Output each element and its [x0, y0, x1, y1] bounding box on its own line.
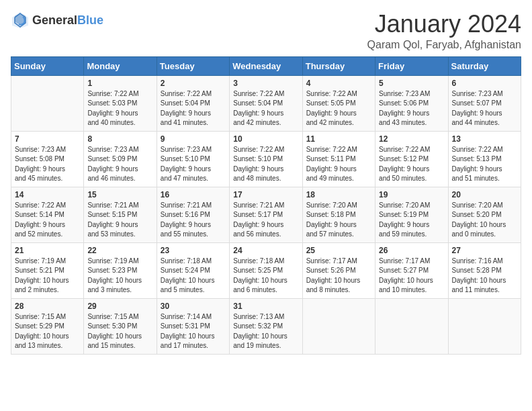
- day-info: Sunrise: 7:23 AMSunset: 5:09 PMDaylight:…: [87, 145, 152, 184]
- day-info: Sunrise: 7:19 AMSunset: 5:21 PMDaylight:…: [15, 257, 80, 295]
- day-number: 10: [233, 134, 298, 144]
- day-number: 24: [233, 246, 298, 255]
- calendar-cell: 30Sunrise: 7:14 AMSunset: 5:31 PMDayligh…: [157, 298, 229, 354]
- calendar-cell: 17Sunrise: 7:21 AMSunset: 5:17 PMDayligh…: [230, 187, 302, 242]
- day-number: 11: [306, 134, 371, 144]
- day-info: Sunrise: 7:19 AMSunset: 5:23 PMDaylight:…: [87, 257, 152, 295]
- month-year-title: January 2024: [367, 11, 521, 38]
- day-info: Sunrise: 7:14 AMSunset: 5:31 PMDaylight:…: [161, 312, 226, 351]
- calendar-cell: [375, 298, 448, 354]
- calendar-cell: 6Sunrise: 7:23 AMSunset: 5:07 PMDaylight…: [448, 75, 521, 131]
- weekday-header-sunday: Sunday: [11, 56, 84, 75]
- day-info: Sunrise: 7:15 AMSunset: 5:30 PMDaylight:…: [87, 312, 152, 351]
- day-number: 31: [233, 302, 298, 311]
- calendar-cell: 3Sunrise: 7:22 AMSunset: 5:04 PMDaylight…: [230, 75, 302, 131]
- calendar-cell: 16Sunrise: 7:21 AMSunset: 5:16 PMDayligh…: [157, 187, 229, 242]
- calendar-cell: 18Sunrise: 7:20 AMSunset: 5:18 PMDayligh…: [302, 187, 375, 242]
- day-number: 17: [233, 190, 298, 199]
- day-number: 14: [15, 190, 80, 199]
- day-number: 30: [161, 302, 226, 311]
- day-number: 3: [233, 79, 298, 88]
- day-number: 19: [379, 190, 444, 199]
- day-info: Sunrise: 7:13 AMSunset: 5:32 PMDaylight:…: [233, 312, 298, 351]
- weekday-header-thursday: Thursday: [302, 56, 375, 75]
- weekday-header-row: SundayMondayTuesdayWednesdayThursdayFrid…: [11, 56, 521, 75]
- day-info: Sunrise: 7:16 AMSunset: 5:28 PMDaylight:…: [452, 257, 517, 295]
- day-info: Sunrise: 7:23 AMSunset: 5:06 PMDaylight:…: [379, 89, 444, 128]
- calendar-cell: [302, 298, 375, 354]
- day-number: 29: [87, 302, 152, 311]
- day-number: 13: [452, 134, 517, 144]
- calendar-week-row: 7Sunrise: 7:23 AMSunset: 5:08 PMDaylight…: [11, 131, 521, 187]
- calendar-cell: 25Sunrise: 7:17 AMSunset: 5:26 PMDayligh…: [302, 242, 375, 298]
- day-info: Sunrise: 7:22 AMSunset: 5:10 PMDaylight:…: [233, 145, 298, 184]
- day-number: 12: [379, 134, 444, 144]
- page-header: GeneralBlue January 2024 Qaram Qol, Fary…: [11, 11, 521, 51]
- day-number: 4: [306, 79, 371, 88]
- day-info: Sunrise: 7:20 AMSunset: 5:19 PMDaylight:…: [379, 201, 444, 240]
- day-info: Sunrise: 7:23 AMSunset: 5:08 PMDaylight:…: [15, 145, 80, 184]
- day-info: Sunrise: 7:21 AMSunset: 5:16 PMDaylight:…: [161, 201, 226, 240]
- day-info: Sunrise: 7:22 AMSunset: 5:03 PMDaylight:…: [87, 89, 152, 128]
- day-number: 27: [452, 246, 517, 255]
- day-number: 7: [15, 134, 80, 144]
- calendar-cell: 10Sunrise: 7:22 AMSunset: 5:10 PMDayligh…: [230, 131, 302, 187]
- title-block: January 2024 Qaram Qol, Faryab, Afghanis…: [367, 11, 521, 51]
- day-number: 8: [87, 134, 152, 144]
- day-number: 20: [452, 190, 517, 199]
- day-info: Sunrise: 7:23 AMSunset: 5:07 PMDaylight:…: [452, 89, 517, 128]
- day-info: Sunrise: 7:20 AMSunset: 5:18 PMDaylight:…: [306, 201, 371, 240]
- calendar-table: SundayMondayTuesdayWednesdayThursdayFrid…: [11, 56, 521, 355]
- day-number: 22: [87, 246, 152, 255]
- day-number: 16: [161, 190, 226, 199]
- day-info: Sunrise: 7:17 AMSunset: 5:26 PMDaylight:…: [306, 257, 371, 295]
- location-subtitle: Qaram Qol, Faryab, Afghanistan: [367, 39, 521, 51]
- calendar-cell: 1Sunrise: 7:22 AMSunset: 5:03 PMDaylight…: [84, 75, 157, 131]
- day-info: Sunrise: 7:18 AMSunset: 5:25 PMDaylight:…: [233, 257, 298, 295]
- day-number: 1: [87, 79, 152, 88]
- calendar-cell: 15Sunrise: 7:21 AMSunset: 5:15 PMDayligh…: [84, 187, 157, 242]
- day-number: 21: [15, 246, 80, 255]
- day-info: Sunrise: 7:22 AMSunset: 5:12 PMDaylight:…: [379, 145, 444, 184]
- calendar-cell: 14Sunrise: 7:22 AMSunset: 5:14 PMDayligh…: [11, 187, 84, 242]
- calendar-cell: 23Sunrise: 7:18 AMSunset: 5:24 PMDayligh…: [157, 242, 229, 298]
- day-number: 25: [306, 246, 371, 255]
- day-number: 26: [379, 246, 444, 255]
- day-number: 9: [161, 134, 226, 144]
- calendar-cell: [11, 75, 84, 131]
- calendar-cell: 22Sunrise: 7:19 AMSunset: 5:23 PMDayligh…: [84, 242, 157, 298]
- calendar-cell: 29Sunrise: 7:15 AMSunset: 5:30 PMDayligh…: [84, 298, 157, 354]
- day-info: Sunrise: 7:20 AMSunset: 5:20 PMDaylight:…: [452, 201, 517, 240]
- calendar-cell: 5Sunrise: 7:23 AMSunset: 5:06 PMDaylight…: [375, 75, 448, 131]
- calendar-cell: 12Sunrise: 7:22 AMSunset: 5:12 PMDayligh…: [375, 131, 448, 187]
- weekday-header-monday: Monday: [84, 56, 157, 75]
- day-info: Sunrise: 7:22 AMSunset: 5:04 PMDaylight:…: [161, 89, 226, 128]
- day-info: Sunrise: 7:23 AMSunset: 5:10 PMDaylight:…: [161, 145, 226, 184]
- day-info: Sunrise: 7:22 AMSunset: 5:05 PMDaylight:…: [306, 89, 371, 128]
- weekday-header-saturday: Saturday: [448, 56, 521, 75]
- day-info: Sunrise: 7:18 AMSunset: 5:24 PMDaylight:…: [161, 257, 226, 295]
- calendar-cell: 24Sunrise: 7:18 AMSunset: 5:25 PMDayligh…: [230, 242, 302, 298]
- day-info: Sunrise: 7:15 AMSunset: 5:29 PMDaylight:…: [15, 312, 80, 351]
- day-number: 23: [161, 246, 226, 255]
- calendar-cell: 31Sunrise: 7:13 AMSunset: 5:32 PMDayligh…: [230, 298, 302, 354]
- day-info: Sunrise: 7:21 AMSunset: 5:17 PMDaylight:…: [233, 201, 298, 240]
- logo-icon: [11, 11, 30, 30]
- calendar-week-row: 28Sunrise: 7:15 AMSunset: 5:29 PMDayligh…: [11, 298, 521, 354]
- calendar-cell: 20Sunrise: 7:20 AMSunset: 5:20 PMDayligh…: [448, 187, 521, 242]
- day-number: 2: [161, 79, 226, 88]
- calendar-week-row: 1Sunrise: 7:22 AMSunset: 5:03 PMDaylight…: [11, 75, 521, 131]
- day-info: Sunrise: 7:21 AMSunset: 5:15 PMDaylight:…: [87, 201, 152, 240]
- calendar-cell: 9Sunrise: 7:23 AMSunset: 5:10 PMDaylight…: [157, 131, 229, 187]
- calendar-cell: [448, 298, 521, 354]
- calendar-cell: 2Sunrise: 7:22 AMSunset: 5:04 PMDaylight…: [157, 75, 229, 131]
- day-info: Sunrise: 7:22 AMSunset: 5:14 PMDaylight:…: [15, 201, 80, 240]
- logo: GeneralBlue: [11, 11, 103, 30]
- day-number: 6: [452, 79, 517, 88]
- day-number: 28: [15, 302, 80, 311]
- weekday-header-tuesday: Tuesday: [157, 56, 229, 75]
- calendar-cell: 8Sunrise: 7:23 AMSunset: 5:09 PMDaylight…: [84, 131, 157, 187]
- calendar-cell: 26Sunrise: 7:17 AMSunset: 5:27 PMDayligh…: [375, 242, 448, 298]
- day-info: Sunrise: 7:17 AMSunset: 5:27 PMDaylight:…: [379, 257, 444, 295]
- calendar-cell: 4Sunrise: 7:22 AMSunset: 5:05 PMDaylight…: [302, 75, 375, 131]
